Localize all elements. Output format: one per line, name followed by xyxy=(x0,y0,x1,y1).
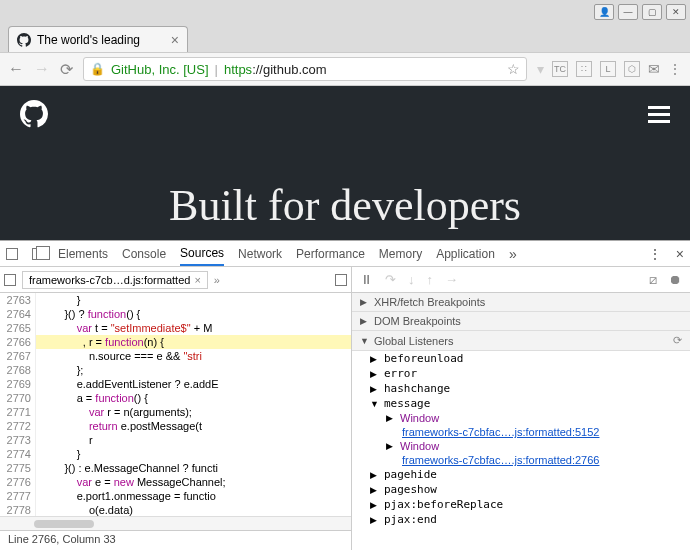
code-lines: } }() ? function() { var t = "setImmedia… xyxy=(36,293,351,516)
hero-heading: Built for developers xyxy=(0,180,690,231)
page-content: Built for developers xyxy=(0,86,690,240)
section-dom[interactable]: ▶DOM Breakpoints xyxy=(352,312,690,331)
menu-icon[interactable]: ⋮ xyxy=(668,61,682,77)
listener-target[interactable]: ▶Window xyxy=(352,439,690,453)
listener-item[interactable]: ▶pageshow xyxy=(352,482,690,497)
devtools-tabs: Elements Console Sources Network Perform… xyxy=(0,241,690,267)
tab-console[interactable]: Console xyxy=(122,247,166,261)
extension-icons: ▾ TC ∷ L ⬡ ✉ ⋮ xyxy=(537,61,682,77)
devtools-menu-icon[interactable]: ⋮ xyxy=(648,246,662,262)
nav-buttons: ← → ⟳ xyxy=(8,60,73,79)
listener-item[interactable]: ▶hashchange xyxy=(352,381,690,396)
listener-item[interactable]: ▶pjax:end xyxy=(352,512,690,527)
device-icon[interactable] xyxy=(32,248,44,260)
file-tab[interactable]: frameworks-c7cb…d.js:formatted × xyxy=(22,271,208,289)
browser-tab[interactable]: The world's leading × xyxy=(8,26,188,52)
hamburger-menu-icon[interactable] xyxy=(648,106,670,123)
inspect-icon[interactable] xyxy=(6,248,18,260)
section-global-listeners[interactable]: ▼Global Listeners⟳ xyxy=(352,331,690,351)
user-icon[interactable]: 👤 xyxy=(594,4,614,20)
maximize-button[interactable]: ▢ xyxy=(642,4,662,20)
filter-icon[interactable]: ▾ xyxy=(537,61,544,77)
status-bar: Line 2766, Column 33 xyxy=(0,530,351,550)
show-debugger-icon[interactable] xyxy=(335,274,347,286)
file-tab-close-icon[interactable]: × xyxy=(194,274,200,286)
refresh-icon[interactable]: ⟳ xyxy=(673,334,682,347)
tab-application[interactable]: Application xyxy=(436,247,495,261)
sources-right-panel: ⏸ ↷ ↓ ↑ → ⧄ ⏺ ▶XHR/fetch Breakpoints ▶DO… xyxy=(352,267,690,550)
github-icon xyxy=(17,33,31,47)
ext-icon[interactable]: ∷ xyxy=(576,61,592,77)
lock-icon: 🔒 xyxy=(90,62,105,76)
devtools-close-icon[interactable]: × xyxy=(676,246,684,262)
listeners-list: ▶beforeunload▶error▶hashchange▼message▶W… xyxy=(352,351,690,550)
pause-exceptions-icon[interactable]: ⏺ xyxy=(669,272,682,287)
file-overflow-icon[interactable]: » xyxy=(214,274,220,286)
listener-item[interactable]: ▶pjax:beforeReplace xyxy=(352,497,690,512)
ext-icon[interactable]: TC xyxy=(552,61,568,77)
ext-icon[interactable]: ⬡ xyxy=(624,61,640,77)
reload-button[interactable]: ⟳ xyxy=(60,60,73,79)
debugger-controls: ⏸ ↷ ↓ ↑ → ⧄ ⏺ xyxy=(352,267,690,293)
bookmark-icon[interactable]: ☆ xyxy=(507,61,520,77)
listener-link[interactable]: frameworks-c7cbfac….js:formatted:2766 xyxy=(352,453,690,467)
sources-left-panel: frameworks-c7cb…d.js:formatted × » 27632… xyxy=(0,267,352,550)
mail-icon[interactable]: ✉ xyxy=(648,61,660,77)
tab-performance[interactable]: Performance xyxy=(296,247,365,261)
horizontal-scrollbar[interactable] xyxy=(0,516,351,530)
listener-target[interactable]: ▶Window xyxy=(352,411,690,425)
close-button[interactable]: ✕ xyxy=(666,4,686,20)
back-button[interactable]: ← xyxy=(8,60,24,79)
tab-network[interactable]: Network xyxy=(238,247,282,261)
address-bar[interactable]: 🔒 GitHub, Inc. [US] | https://github.com… xyxy=(83,57,527,81)
window-titlebar: 👤 — ▢ ✕ xyxy=(0,0,690,24)
listener-item[interactable]: ▶error xyxy=(352,366,690,381)
url-proto: https xyxy=(224,62,252,77)
github-logo-icon[interactable] xyxy=(20,100,48,128)
navigator-icon[interactable] xyxy=(4,274,16,286)
forward-button[interactable]: → xyxy=(34,60,50,79)
deactivate-bp-icon[interactable]: ⧄ xyxy=(649,272,657,288)
listener-item[interactable]: ▶pagehide xyxy=(352,467,690,482)
ext-icon[interactable]: L xyxy=(600,61,616,77)
step-icon[interactable]: → xyxy=(445,272,458,287)
browser-toolbar: ← → ⟳ 🔒 GitHub, Inc. [US] | https://gith… xyxy=(0,52,690,86)
minimize-button[interactable]: — xyxy=(618,4,638,20)
tab-memory[interactable]: Memory xyxy=(379,247,422,261)
browser-tabstrip: The world's leading × xyxy=(0,24,690,52)
listener-link[interactable]: frameworks-c7cbfac….js:formatted:5152 xyxy=(352,425,690,439)
line-gutter: 2763276427652766276727682769277027712772… xyxy=(0,293,36,516)
listener-item[interactable]: ▶beforeunload xyxy=(352,351,690,366)
step-out-icon[interactable]: ↑ xyxy=(427,272,434,287)
tab-close-icon[interactable]: × xyxy=(171,32,179,48)
step-into-icon[interactable]: ↓ xyxy=(408,272,415,287)
section-xhr[interactable]: ▶XHR/fetch Breakpoints xyxy=(352,293,690,312)
code-view[interactable]: 2763276427652766276727682769277027712772… xyxy=(0,293,351,516)
devtools-panel: Elements Console Sources Network Perform… xyxy=(0,240,690,550)
tab-sources[interactable]: Sources xyxy=(180,246,224,266)
file-tab-label: frameworks-c7cb…d.js:formatted xyxy=(29,274,190,286)
url-domain: ://github.com xyxy=(252,62,326,77)
tabs-overflow-icon[interactable]: » xyxy=(509,246,517,262)
tab-title: The world's leading xyxy=(37,33,140,47)
tab-elements[interactable]: Elements xyxy=(58,247,108,261)
separator: | xyxy=(215,62,218,77)
step-over-icon[interactable]: ↷ xyxy=(385,272,396,287)
org-label: GitHub, Inc. [US] xyxy=(111,62,209,77)
listener-item[interactable]: ▼message xyxy=(352,396,690,411)
pause-icon[interactable]: ⏸ xyxy=(360,272,373,287)
